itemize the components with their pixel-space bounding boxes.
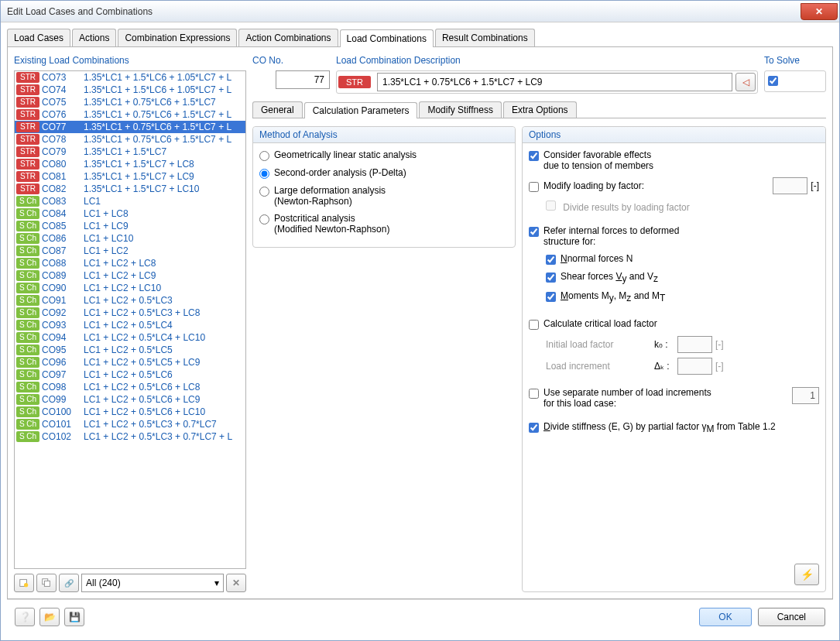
- tab-load-combinations[interactable]: Load Combinations: [340, 29, 434, 47]
- list-item[interactable]: S ChCO100LC1 + LC2 + 0.5*LC6 + LC10: [15, 406, 245, 418]
- tab-actions[interactable]: Actions: [72, 29, 116, 46]
- list-item[interactable]: S ChCO92LC1 + LC2 + 0.5*LC3 + LC8: [15, 307, 245, 319]
- help-button[interactable]: ❔: [15, 608, 35, 626]
- list-item[interactable]: STRCO801.35*LC1 + 1.5*LC7 + LC8: [15, 158, 245, 170]
- list-item[interactable]: S ChCO84LC1 + LC8: [15, 207, 245, 220]
- tab-combination-expressions[interactable]: Combination Expressions: [118, 29, 237, 46]
- combination-id: CO96: [42, 357, 76, 368]
- combination-id: CO101: [42, 419, 76, 430]
- list-item[interactable]: S ChCO102LC1 + LC2 + 0.5*LC3 + 0.7*LC7 +…: [15, 430, 245, 443]
- radio-postcritical[interactable]: Postcritical analysis(Modified Newton-Ra…: [259, 213, 509, 235]
- badge: S Ch: [16, 431, 39, 442]
- list-item[interactable]: STRCO731.35*LC1 + 1.5*LC6 + 1.05*LC7 + L: [15, 71, 245, 84]
- list-item[interactable]: S ChCO101LC1 + LC2 + 0.5*LC3 + 0.7*LC7: [15, 418, 245, 430]
- list-item[interactable]: S ChCO96LC1 + LC2 + 0.5*LC5 + LC9: [15, 356, 245, 368]
- list-item[interactable]: STRCO821.35*LC1 + 1.5*LC7 + LC10: [15, 183, 245, 195]
- save-button[interactable]: 💾: [64, 608, 84, 626]
- combination-expression: LC1 + LC2 + 0.5*LC3 + 0.7*LC7 + L: [84, 431, 232, 442]
- ok-button[interactable]: OK: [699, 608, 751, 626]
- combinations-list[interactable]: STRCO731.35*LC1 + 1.5*LC6 + 1.05*LC7 + L…: [14, 70, 246, 569]
- desc-input[interactable]: [377, 73, 732, 91]
- list-item[interactable]: STRCO811.35*LC1 + 1.5*LC7 + LC9: [15, 170, 245, 183]
- check-separate-increments[interactable]: [529, 389, 539, 399]
- list-item[interactable]: STRCO781.35*LC1 + 0.75*LC6 + 1.5*LC7 + L: [15, 133, 245, 146]
- check-moments[interactable]: Moments My, Mz and MT: [546, 290, 819, 303]
- subtab-calculation-parameters[interactable]: Calculation Parameters: [304, 102, 418, 118]
- combination-id: CO73: [42, 72, 76, 83]
- check-shear-forces[interactable]: Shear forces Vy and Vz: [546, 271, 819, 284]
- radio-pdelta[interactable]: Second-order analysis (P-Delta): [259, 167, 509, 179]
- list-item[interactable]: S ChCO95LC1 + LC2 + 0.5*LC5: [15, 344, 245, 356]
- desc-label: Load Combination Description: [336, 53, 758, 67]
- list-item[interactable]: S ChCO91LC1 + LC2 + 0.5*LC3: [15, 294, 245, 307]
- subtab-extra-options[interactable]: Extra Options: [503, 101, 577, 118]
- radio-large-deformation[interactable]: Large deformation analysis(Newton-Raphso…: [259, 185, 509, 207]
- list-item[interactable]: S ChCO83LC1: [15, 195, 245, 207]
- check-divide-results: [546, 201, 556, 211]
- badge: STR: [16, 84, 39, 95]
- folder-icon: 📂: [44, 612, 56, 622]
- open-button[interactable]: 📂: [39, 608, 60, 626]
- combination-expression: LC1 + LC9: [84, 221, 129, 231]
- list-item[interactable]: S ChCO87LC1 + LC2: [15, 245, 245, 257]
- subtab-modify-stiffness[interactable]: Modify Stiffness: [419, 101, 501, 118]
- delete-button[interactable]: ✕: [226, 574, 246, 592]
- list-item[interactable]: S ChCO85LC1 + LC9: [15, 220, 245, 232]
- list-item[interactable]: STRCO761.35*LC1 + 0.75*LC6 + 1.5*LC7 + L: [15, 108, 245, 121]
- combination-expression: LC1 + LC8: [84, 208, 129, 219]
- filter-combo[interactable]: All (240) ▾: [81, 574, 224, 592]
- list-item[interactable]: S ChCO90LC1 + LC2 + LC10: [15, 282, 245, 294]
- list-item[interactable]: S ChCO89LC1 + LC2 + LC9: [15, 269, 245, 282]
- to-solve-checkbox[interactable]: [768, 76, 778, 86]
- combination-expression: 1.35*LC1 + 1.5*LC6 + 1.05*LC7 + L: [84, 72, 231, 83]
- copy-item-button[interactable]: [36, 574, 57, 592]
- check-normal-forces[interactable]: Nnormal forces N: [546, 253, 819, 265]
- badge: S Ch: [16, 369, 39, 380]
- tab-result-combinations[interactable]: Result Combinations: [435, 29, 535, 46]
- list-item[interactable]: STRCO741.35*LC1 + 1.5*LC6 + 1.05*LC7 + L: [15, 84, 245, 96]
- badge: STR: [16, 72, 39, 83]
- co-no-input[interactable]: [276, 70, 330, 89]
- tab-action-combinations[interactable]: Action Combinations: [238, 29, 338, 46]
- badge: S Ch: [16, 233, 39, 244]
- list-item[interactable]: S ChCO86LC1 + LC10: [15, 232, 245, 245]
- list-item[interactable]: STRCO751.35*LC1 + 0.75*LC6 + 1.5*LC7: [15, 96, 245, 108]
- combination-expression: LC1 + LC2 + LC10: [84, 283, 161, 293]
- check-modify-loading[interactable]: [529, 182, 539, 192]
- badge: STR: [16, 159, 39, 170]
- method-panel-title: Method of Analysis: [253, 127, 515, 143]
- combination-id: CO93: [42, 320, 76, 331]
- combination-id: CO86: [42, 233, 76, 244]
- help-icon: ❔: [19, 612, 31, 622]
- check-critical-load[interactable]: Calculate critical load factor: [529, 318, 819, 330]
- combination-id: CO78: [42, 134, 76, 145]
- list-item[interactable]: S ChCO94LC1 + LC2 + 0.5*LC4 + LC10: [15, 331, 245, 344]
- list-item[interactable]: S ChCO93LC1 + LC2 + 0.5*LC4: [15, 319, 245, 331]
- combination-id: CO95: [42, 344, 76, 355]
- list-item[interactable]: S ChCO88LC1 + LC2 + LC8: [15, 257, 245, 269]
- list-item[interactable]: S ChCO99LC1 + LC2 + 0.5*LC6 + LC9: [15, 393, 245, 406]
- close-button[interactable]: ✕: [801, 3, 838, 20]
- list-item[interactable]: S ChCO97LC1 + LC2 + 0.5*LC6: [15, 368, 245, 381]
- combination-expression: 1.35*LC1 + 1.5*LC7 + LC10: [84, 183, 199, 194]
- list-item[interactable]: S ChCO98LC1 + LC2 + 0.5*LC6 + LC8: [15, 381, 245, 393]
- radio-linear[interactable]: Geometrically linear static analysis: [259, 149, 509, 161]
- subtab-general[interactable]: General: [252, 101, 303, 118]
- badge: S Ch: [16, 196, 39, 207]
- loading-factor-input: [773, 177, 807, 194]
- apply-to-all-button[interactable]: ⚡: [794, 564, 819, 585]
- combination-expression: LC1 + LC2 + 0.5*LC4 + LC10: [84, 332, 205, 343]
- selection-button[interactable]: 🔗: [59, 574, 79, 592]
- combination-expression: LC1 + LC2 + 0.5*LC6 + LC8: [84, 382, 200, 392]
- check-favorable[interactable]: Consider favorable effectsdue to tension…: [529, 149, 819, 171]
- combination-expression: 1.35*LC1 + 1.5*LC7 + LC8: [84, 159, 194, 170]
- new-item-button[interactable]: [14, 574, 34, 592]
- check-divide-stiffness[interactable]: Divide stiffness (E, G) by partial facto…: [529, 421, 819, 434]
- list-item[interactable]: STRCO791.35*LC1 + 1.5*LC7: [15, 146, 245, 158]
- list-item[interactable]: STRCO771.35*LC1 + 0.75*LC6 + 1.5*LC7 + L: [15, 121, 245, 133]
- tab-load-cases[interactable]: Load Cases: [7, 29, 70, 46]
- cancel-button[interactable]: Cancel: [758, 608, 825, 626]
- check-refer-internal[interactable]: Refer internal forces to deformedstructu…: [529, 225, 819, 247]
- desc-dropdown-button[interactable]: ◁: [735, 73, 756, 91]
- badge: S Ch: [16, 332, 39, 343]
